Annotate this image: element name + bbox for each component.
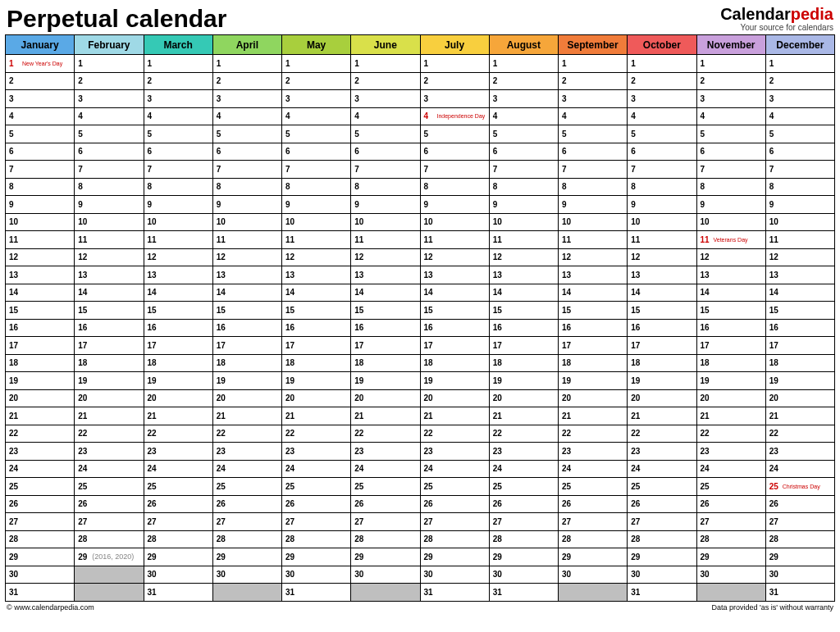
day-cell: 27: [282, 513, 351, 531]
day-cell: 27: [420, 513, 489, 531]
day-cell: 28: [75, 530, 144, 548]
table-row: 999999999999: [6, 196, 835, 214]
day-cell: 22: [696, 425, 765, 443]
day-cell: 10: [420, 213, 489, 231]
day-cell: 15: [765, 302, 834, 320]
day-cell: 21: [765, 407, 834, 425]
day-cell: 23: [282, 443, 351, 461]
day-cell: 7: [420, 161, 489, 179]
table-row: 252525252525252525252525Christmas Day: [6, 478, 835, 496]
day-cell: 23: [6, 443, 75, 461]
day-cell: 21: [489, 407, 558, 425]
month-header: March: [144, 35, 212, 55]
day-cell: 21: [75, 407, 144, 425]
day-cell: 3: [282, 90, 351, 108]
day-cell: 28: [282, 530, 351, 548]
day-cell: 12: [489, 248, 558, 266]
day-cell: 20: [351, 389, 420, 407]
day-cell: 1: [212, 55, 281, 73]
table-row: 282828282828282828282828: [6, 530, 835, 548]
table-row: 121212121212121212121212: [6, 248, 835, 266]
footer-right: Data provided 'as is' without warranty: [711, 603, 833, 612]
day-cell: 17: [351, 337, 420, 355]
day-cell: 25: [282, 478, 351, 496]
day-cell: 14: [282, 284, 351, 302]
day-cell: 31: [489, 584, 558, 602]
day-cell: 8: [6, 178, 75, 196]
day-cell: 29(2016, 2020): [75, 548, 144, 566]
day-cell: 3: [6, 90, 75, 108]
day-cell: 7: [282, 161, 351, 179]
day-cell: 29: [696, 548, 765, 566]
month-header: June: [351, 35, 420, 55]
day-cell: 8: [75, 178, 144, 196]
day-cell: 17: [212, 337, 281, 355]
day-cell: 2: [628, 72, 696, 90]
day-cell: 15: [212, 302, 281, 320]
day-cell: 14: [144, 284, 212, 302]
day-cell: 14: [765, 284, 834, 302]
day-cell: 4: [489, 107, 558, 125]
day-cell: 8: [765, 178, 834, 196]
day-cell: 3: [559, 90, 628, 108]
day-cell: 18: [6, 354, 75, 372]
day-cell: 12: [6, 248, 75, 266]
day-cell: 12: [351, 248, 420, 266]
day-cell: 26: [696, 495, 765, 513]
day-cell: 18: [351, 354, 420, 372]
day-cell: 13: [559, 266, 628, 284]
day-cell: 22: [212, 425, 281, 443]
day-cell: 2: [420, 72, 489, 90]
calendar-table: JanuaryFebruaryMarchAprilMayJuneJulyAugu…: [5, 34, 835, 602]
day-cell: 26: [282, 495, 351, 513]
day-cell: 17: [559, 337, 628, 355]
day-cell: 31: [420, 584, 489, 602]
day-cell: 19: [212, 372, 281, 390]
day-cell: 11: [6, 231, 75, 249]
day-cell: 24: [144, 460, 212, 478]
day-cell: 20: [696, 389, 765, 407]
day-cell: 19: [351, 372, 420, 390]
brand-part2: pedia: [791, 5, 833, 23]
day-cell: 25: [144, 478, 212, 496]
day-cell: 4: [559, 107, 628, 125]
day-cell: 14: [212, 284, 281, 302]
holiday-label: Independence Day: [437, 113, 486, 119]
day-cell: 29: [351, 548, 420, 566]
day-cell: 6: [420, 143, 489, 161]
day-cell: 30: [765, 566, 834, 584]
brand-tagline: Your source for calendars: [720, 23, 833, 32]
day-cell: 7: [696, 161, 765, 179]
day-cell: 29: [489, 548, 558, 566]
day-cell: 21: [282, 407, 351, 425]
day-cell: 28: [144, 530, 212, 548]
day-cell: 31: [144, 584, 212, 602]
day-cell: 13: [212, 266, 281, 284]
day-cell: 20: [765, 389, 834, 407]
day-cell: 23: [696, 443, 765, 461]
day-cell: 26: [420, 495, 489, 513]
day-cell: 30: [212, 566, 281, 584]
day-cell: 16: [420, 319, 489, 337]
day-cell: 22: [628, 425, 696, 443]
holiday-label: Christmas Day: [783, 484, 820, 489]
day-cell: 24: [75, 460, 144, 478]
day-cell: 4: [75, 107, 144, 125]
day-cell: 9: [282, 196, 351, 214]
day-cell: 21: [351, 407, 420, 425]
day-cell: 1: [351, 55, 420, 73]
day-cell: 11: [75, 231, 144, 249]
day-cell: 20: [144, 389, 212, 407]
day-cell: 28: [6, 530, 75, 548]
day-cell: 6: [559, 143, 628, 161]
day-cell: 1: [420, 55, 489, 73]
day-cell: 23: [489, 443, 558, 461]
day-cell: 6: [6, 143, 75, 161]
day-cell: [351, 584, 420, 602]
day-cell: 14: [489, 284, 558, 302]
day-cell: 18: [282, 354, 351, 372]
day-cell: 13: [6, 266, 75, 284]
day-cell: 29: [628, 548, 696, 566]
day-cell: 30: [282, 566, 351, 584]
day-cell: 17: [628, 337, 696, 355]
